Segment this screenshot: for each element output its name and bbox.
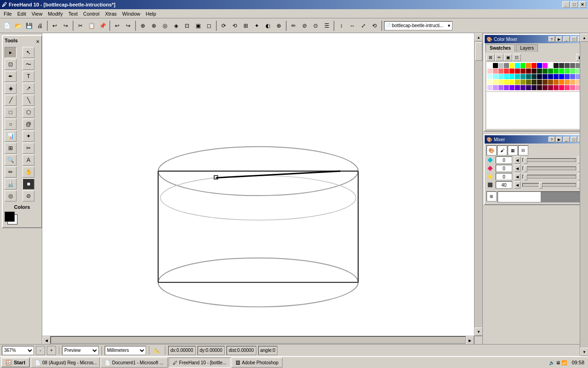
swatch-cell-43[interactable] [526,74,531,79]
tool-trace[interactable]: ◈ [5,83,17,94]
open-button[interactable]: 📂 [13,21,23,31]
swatch-cell-36[interactable] [487,74,492,79]
mixer-b-thumb[interactable] [524,174,527,180]
swatch-cell-73[interactable] [493,85,498,90]
right-scroll-track[interactable] [580,42,588,348]
minimize-button[interactable]: _ [562,1,570,8]
tool-scale[interactable]: ⊡ [5,59,17,70]
tool-zoom[interactable]: 🔍 [5,155,17,166]
tb-btn-15[interactable]: ⊘ [300,21,310,31]
close-button[interactable]: ✕ [579,1,586,8]
tools-panel-close-button[interactable]: ✕ [36,39,40,44]
tb-btn-18[interactable]: ↕ [336,21,346,31]
tool-text[interactable]: T [23,71,34,82]
tb-btn-4[interactable]: ◈ [171,21,181,31]
scroll-left-button[interactable]: ◀ [42,336,51,344]
tool-line2[interactable]: ╲ [23,95,34,106]
swatch-cell-67[interactable] [559,80,564,85]
units-select[interactable]: Millimeters Inches Points Pixels [105,346,146,355]
swatch-cell-68[interactable] [565,80,570,85]
swatch-cell-27[interactable] [537,69,542,74]
mixer-k-left-button[interactable]: ◀ [514,181,520,189]
tb-btn-6[interactable]: ▣ [193,21,203,31]
swatch-cell-81[interactable] [537,85,542,90]
paste-button[interactable]: 📌 [97,21,107,31]
swatch-cell-84[interactable] [554,85,559,90]
swatch-cell-31[interactable] [559,69,564,74]
start-button[interactable]: 🪟 Start [1,357,30,368]
mixer-g-thumb[interactable] [524,166,527,172]
swatch-cell-29[interactable] [548,69,553,74]
mixer-color-icon[interactable]: ⊞ [486,191,497,201]
mixer-icon-2[interactable]: 🖌 [497,145,507,155]
tool-pencil[interactable]: ✏ [5,167,17,178]
tb-btn-1[interactable]: ⊕ [138,21,148,31]
menu-window[interactable]: Window [119,10,143,17]
tab-swatches[interactable]: Swatches [486,44,515,52]
foreground-color-box[interactable] [5,212,15,222]
swatch-cell-9[interactable] [537,63,542,68]
document-name-input[interactable] [392,23,447,28]
menu-text[interactable]: Text [66,10,80,17]
swatch-cell-26[interactable] [531,69,537,74]
swatch-cell-22[interactable] [509,69,514,74]
swatch-cell-55[interactable] [493,80,498,85]
tool-fill[interactable]: ■ [23,178,34,190]
swatch-cell-45[interactable] [537,74,542,79]
swatch-cell-25[interactable] [526,69,531,74]
swatch-cell-46[interactable] [543,74,548,79]
mixer-maximize-button[interactable]: □ [571,137,577,142]
swatch-cell-8[interactable] [531,63,537,68]
swatches-options-button[interactable]: ▶ [556,36,562,42]
swatch-cell-14[interactable] [565,63,570,68]
mixer-help-button[interactable]: ? [548,137,555,142]
print-button[interactable]: 🖨 [35,21,45,31]
mixer-r-track[interactable] [522,158,576,162]
swatch-cell-47[interactable] [548,74,553,79]
tb-btn-8[interactable]: ⟳ [219,21,229,31]
menu-edit[interactable]: Edit [15,10,29,17]
swatch-cell-62[interactable] [531,80,537,85]
scroll-v-thumb[interactable] [475,42,482,61]
swatch-cell-28[interactable] [543,69,548,74]
mixer-minimize-button[interactable]: _ [563,137,570,142]
maximize-button[interactable]: □ [571,1,578,8]
tb-btn-21[interactable]: ⟲ [369,21,379,31]
swatch-cell-65[interactable] [548,80,553,85]
tool-hand[interactable]: ✋ [23,167,34,178]
tool-eyedropper[interactable]: 🔬 [5,178,17,190]
mixer-icon-4[interactable]: ⊟ [518,145,528,155]
swatch-cell-41[interactable] [515,74,520,79]
swatch-cell-56[interactable] [498,80,503,85]
swatch-cell-83[interactable] [548,85,553,90]
mixer-g-input[interactable] [496,165,512,172]
tb-btn-3[interactable]: ◎ [160,21,170,31]
swatch-cell-64[interactable] [543,80,548,85]
tb-btn-11[interactable]: ✦ [252,21,262,31]
tool-select[interactable]: ▸ [5,47,17,58]
swatch-cell-76[interactable] [509,85,514,90]
copy-button[interactable]: 📋 [86,21,96,31]
menu-xtras[interactable]: Xtras [102,10,119,17]
swatch-cell-38[interactable] [498,74,503,79]
swatch-cell-54[interactable] [487,80,492,85]
swatch-cell-61[interactable] [526,80,531,85]
preview-select[interactable]: Preview Fast Preview Keyline [62,346,99,355]
swatch-cell-78[interactable] [520,85,526,90]
mixer-r-thumb[interactable] [524,157,527,164]
swatch-cell-48[interactable] [554,74,559,79]
swatch-cell-87[interactable] [570,85,575,90]
swatch-cell-1[interactable] [493,63,498,68]
menu-help[interactable]: Help [143,10,159,17]
undo-button[interactable]: ↩ [112,21,122,31]
zoom-select[interactable]: 367% 100% 200% 50% [2,346,34,355]
redo-button[interactable]: ↪ [123,21,133,31]
tb-btn-2[interactable]: ⊗ [149,21,159,31]
tb-btn-19[interactable]: ↔ [347,21,357,31]
swatch-cell-13[interactable] [559,63,564,68]
swatch-cell-39[interactable] [504,74,509,79]
menu-modify[interactable]: Modify [45,10,65,17]
tb-btn-12[interactable]: ◐ [263,21,273,31]
swatch-cell-80[interactable] [531,85,537,90]
right-scroll-up[interactable]: ▲ [580,34,588,42]
